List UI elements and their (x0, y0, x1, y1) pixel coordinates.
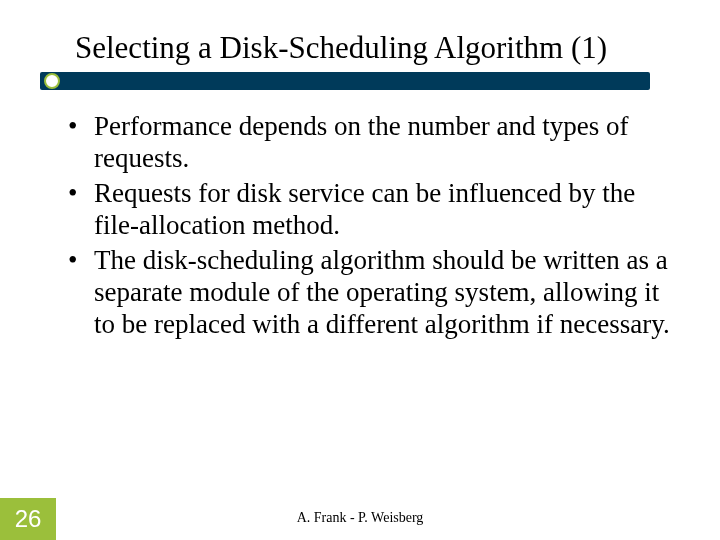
list-item: The disk-scheduling algorithm should be … (60, 244, 680, 341)
list-item: Requests for disk service can be influen… (60, 177, 680, 242)
bullet-text: Requests for disk service can be influen… (94, 178, 635, 240)
slide: Selecting a Disk-Scheduling Algorithm (1… (0, 0, 720, 540)
bullet-text: The disk-scheduling algorithm should be … (94, 245, 670, 340)
list-item: Performance depends on the number and ty… (60, 110, 680, 175)
body-content: Performance depends on the number and ty… (60, 110, 680, 343)
title-bullet-icon (44, 73, 60, 89)
bullet-list: Performance depends on the number and ty… (60, 110, 680, 341)
title-underline-bar (40, 72, 650, 90)
footer-credits: A. Frank - P. Weisberg (0, 510, 720, 526)
slide-title: Selecting a Disk-Scheduling Algorithm (1… (75, 30, 700, 66)
bullet-text: Performance depends on the number and ty… (94, 111, 629, 173)
